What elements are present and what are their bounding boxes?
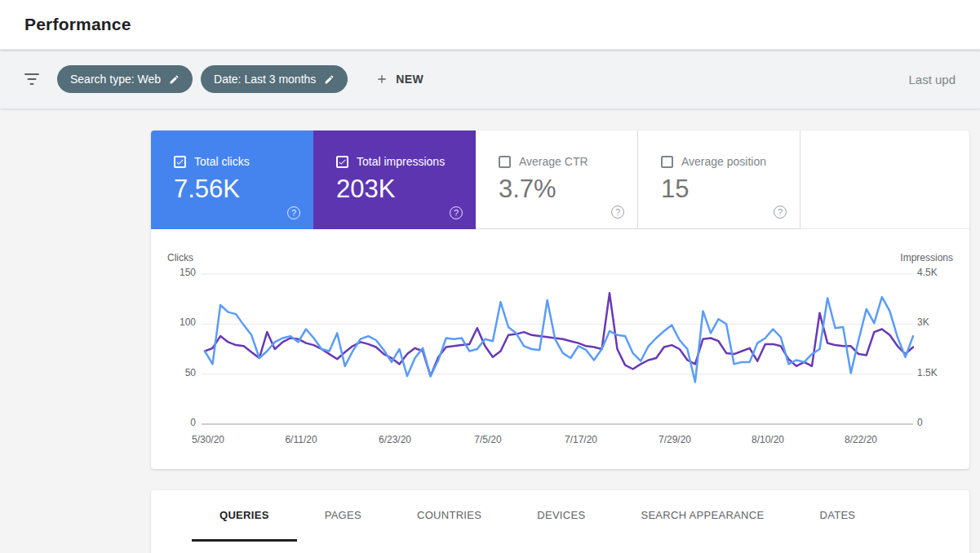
y-tick: 100	[151, 316, 196, 328]
last-updated-text: Last upd	[908, 73, 956, 86]
x-tick: 8/10/20	[738, 434, 797, 445]
checkbox-checked-icon[interactable]	[174, 156, 186, 168]
x-tick: 7/5/20	[459, 434, 517, 445]
search-type-chip-label: Search type: Web	[70, 73, 161, 86]
y2-tick: 4.5K	[917, 267, 966, 278]
metric-tile-head: Average position	[638, 131, 800, 168]
y2-tick: 3K	[917, 316, 966, 328]
metric-tiles-filler	[800, 131, 969, 229]
new-button-label: NEW	[396, 73, 423, 86]
x-tick: 8/22/20	[831, 434, 890, 445]
dimension-tabs: QUERIES PAGES COUNTRIES DEVICES SEARCH A…	[151, 490, 969, 542]
y-tick: 0	[151, 417, 196, 428]
metric-label: Total impressions	[357, 155, 445, 168]
help-icon[interactable]	[450, 206, 463, 219]
dimension-tabs-card: QUERIES PAGES COUNTRIES DEVICES SEARCH A…	[151, 490, 969, 553]
metric-label: Average CTR	[519, 155, 588, 168]
date-range-chip-label: Date: Last 3 months	[214, 73, 316, 86]
plus-icon	[375, 73, 388, 86]
metric-tiles-row: Total clicks 7.56K Total impressions 203…	[151, 131, 969, 229]
edit-icon[interactable]	[169, 74, 180, 85]
metric-label: Total clicks	[194, 155, 250, 168]
page-header: Performance	[0, 0, 980, 50]
edit-icon[interactable]	[324, 74, 335, 85]
help-icon[interactable]	[774, 206, 787, 219]
metric-tile-total-impressions[interactable]: Total impressions 203K	[313, 131, 476, 229]
metric-value: 3.7%	[499, 175, 637, 204]
tab-pages[interactable]: PAGES	[297, 490, 389, 542]
tab-dates[interactable]: DATES	[792, 490, 883, 542]
x-tick: 5/30/20	[179, 434, 237, 445]
check-icon	[338, 157, 347, 166]
metric-label: Average position	[681, 155, 766, 168]
metric-tile-head: Total clicks	[151, 131, 313, 168]
performance-chart-card: Total clicks 7.56K Total impressions 203…	[151, 131, 969, 469]
y2-tick: 0	[917, 417, 966, 428]
search-type-chip[interactable]: Search type: Web	[57, 65, 193, 93]
checkbox-unchecked-icon[interactable]	[661, 156, 673, 168]
tab-countries[interactable]: COUNTRIES	[389, 490, 509, 542]
metric-tile-total-clicks[interactable]: Total clicks 7.56K	[151, 131, 313, 229]
new-filter-button[interactable]: NEW	[367, 68, 432, 91]
y-tick: 50	[151, 367, 196, 378]
metric-tile-head: Average CTR	[476, 131, 637, 168]
checkbox-checked-icon[interactable]	[336, 156, 348, 168]
x-tick: 7/29/20	[645, 434, 704, 445]
metric-tile-average-ctr[interactable]: Average CTR 3.7%	[476, 131, 638, 229]
filter-bar: Search type: Web Date: Last 3 months NEW…	[0, 50, 980, 108]
content-area: Total clicks 7.56K Total impressions 203…	[0, 108, 980, 553]
y-tick: 150	[151, 267, 196, 278]
metric-tile-average-position[interactable]: Average position 15	[638, 131, 800, 229]
metric-value: 7.56K	[174, 175, 313, 204]
metric-value: 203K	[336, 175, 476, 204]
metric-value: 15	[661, 175, 800, 204]
x-tick: 6/11/20	[272, 434, 330, 445]
chart-svg	[202, 271, 920, 427]
tab-queries[interactable]: QUERIES	[192, 490, 297, 542]
x-tick: 6/23/20	[366, 434, 424, 445]
metric-tile-head: Total impressions	[313, 131, 476, 168]
check-icon	[175, 157, 184, 166]
date-range-chip[interactable]: Date: Last 3 months	[201, 65, 348, 93]
help-icon[interactable]	[611, 206, 624, 219]
help-icon[interactable]	[287, 206, 300, 219]
page-title: Performance	[24, 15, 131, 34]
x-tick: 7/17/20	[552, 434, 610, 445]
clicks-axis-label: Clicks	[167, 252, 193, 263]
filter-list-icon[interactable]	[24, 73, 39, 85]
tab-devices[interactable]: DEVICES	[509, 490, 613, 542]
impressions-axis-label: Impressions	[900, 252, 953, 263]
tab-search-appearance[interactable]: SEARCH APPEARANCE	[613, 490, 792, 542]
y2-tick: 1.5K	[917, 367, 966, 378]
checkbox-unchecked-icon[interactable]	[499, 156, 511, 168]
